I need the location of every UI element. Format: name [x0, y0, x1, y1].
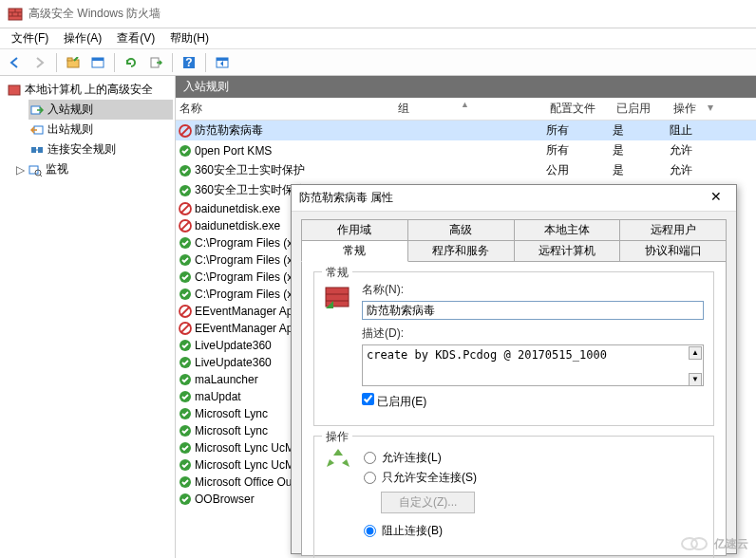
tool-list-button[interactable]: [211, 52, 234, 73]
allow-icon: [176, 144, 195, 158]
col-action[interactable]: 操作▾: [670, 101, 717, 117]
enabled-label: 已启用(E): [377, 395, 426, 408]
tree-connection-security[interactable]: 连接安全规则: [28, 140, 173, 159]
firewall-icon: [8, 84, 21, 97]
dialog-tabs: 作用域 高级 本地主体 远程用户 常规 程序和服务 远程计算机 协议和端口: [292, 212, 736, 262]
tab-remote-computer[interactable]: 远程计算机: [515, 240, 621, 262]
table-row[interactable]: 0pen Port KMS所有是允许: [176, 140, 756, 160]
svg-rect-15: [9, 85, 20, 95]
group-general: 常规 名称(N): 描述(D): 已启用(E) ▲ ▼: [313, 271, 714, 426]
dialog-title: 防范勒索病毒 属性: [299, 190, 393, 206]
separator: [114, 53, 115, 72]
group-title: 常规: [322, 265, 352, 281]
name-input[interactable]: [362, 301, 704, 320]
allow-icon: [176, 493, 195, 506]
scroll-up-icon[interactable]: ▲: [689, 346, 702, 360]
radio-block-label: 阻止连接(B): [382, 523, 443, 539]
allow-icon: [176, 424, 195, 437]
tab-general[interactable]: 常规: [301, 240, 408, 262]
svg-line-23: [40, 175, 42, 177]
tab-scope[interactable]: 作用域: [301, 219, 408, 241]
svg-line-30: [181, 205, 189, 213]
tool-folder-button[interactable]: [62, 52, 85, 73]
separator: [172, 53, 173, 72]
svg-rect-51: [326, 288, 349, 307]
table-row[interactable]: 防范勒索病毒所有是阻止: [176, 121, 756, 140]
allow-icon: [176, 253, 195, 267]
svg-text:?: ?: [185, 56, 192, 69]
customize-button: 自定义(Z)...: [381, 492, 475, 513]
tool-refresh-button[interactable]: [120, 52, 142, 73]
outbound-icon: [30, 123, 44, 137]
description-label: 描述(D):: [362, 326, 704, 342]
tree-root[interactable]: 本地计算机 上的高级安全: [6, 80, 173, 100]
radio-allow-secure-row: 只允许安全连接(S): [364, 470, 704, 486]
nav-forward-button[interactable]: [28, 52, 51, 73]
tree-label: 监视: [46, 161, 68, 177]
svg-line-40: [181, 325, 189, 332]
menu-file[interactable]: 文件(F): [6, 28, 54, 48]
rule-name: 360安全卫士实时保护: [195, 162, 394, 178]
menu-help[interactable]: 帮助(H): [164, 28, 215, 48]
col-profile[interactable]: 配置文件: [546, 101, 613, 117]
menu-view[interactable]: 查看(V): [111, 28, 161, 48]
block-icon: [176, 219, 195, 232]
rule-name: 0pen Port KMS: [195, 144, 394, 158]
allow-icon: [176, 339, 195, 352]
svg-line-38: [181, 307, 189, 315]
enabled-checkbox[interactable]: [362, 393, 374, 405]
rule-action: 允许: [670, 142, 717, 158]
nav-tree: 本地计算机 上的高级安全 入站规则 出站规则 连接安全规则 ▷ 监视: [0, 76, 176, 558]
tool-bar: ?: [0, 49, 756, 76]
block-icon: [176, 305, 195, 318]
group-action: 操作 允许连接(L) 只允许安全连接(S) 自定义(Z)...: [313, 436, 714, 558]
tree-monitor[interactable]: ▷ 监视: [13, 159, 173, 179]
tab-protocol[interactable]: 协议和端口: [620, 240, 727, 262]
tab-local-principal[interactable]: 本地主体: [515, 219, 621, 241]
radio-allow-secure-label: 只允许安全连接(S): [382, 470, 477, 486]
tree-inbound-rules[interactable]: 入站规则: [28, 100, 173, 120]
tree-label: 出站规则: [47, 121, 93, 138]
dialog-title-bar: 防范勒索病毒 属性 ✕: [292, 185, 736, 212]
rule-action: 允许: [670, 162, 717, 178]
tab-remote-user[interactable]: 远程用户: [620, 219, 727, 241]
description-input[interactable]: [362, 344, 704, 386]
chevron-down-icon: ▾: [708, 101, 713, 114]
allow-icon: [176, 475, 195, 489]
table-row[interactable]: 360安全卫士实时保护公用是允许: [176, 160, 756, 180]
monitor-icon: [28, 163, 42, 177]
col-enabled[interactable]: 已启用: [613, 101, 670, 117]
tool-properties-button[interactable]: [86, 52, 109, 73]
scroll-down-icon[interactable]: ▼: [689, 373, 702, 386]
rule-enabled: 是: [613, 122, 670, 139]
svg-point-55: [691, 538, 707, 549]
rule-profile: 公用: [546, 162, 613, 178]
radio-allow[interactable]: [364, 452, 376, 464]
allow-icon: [176, 236, 195, 250]
close-button[interactable]: ✕: [704, 189, 728, 208]
window-title-bar: 高级安全 Windows 防火墙: [0, 0, 756, 28]
tool-help-button[interactable]: ?: [178, 52, 200, 73]
sort-indicator-icon: ▲: [461, 100, 469, 109]
tab-advanced[interactable]: 高级: [408, 219, 515, 241]
radio-block-row: 阻止连接(B): [364, 523, 704, 539]
tree-root-label: 本地计算机 上的高级安全: [25, 82, 153, 98]
expand-icon[interactable]: ▷: [15, 163, 25, 177]
col-name[interactable]: 名称: [176, 101, 394, 117]
radio-allow-secure[interactable]: [364, 472, 376, 484]
allow-icon: [176, 164, 195, 177]
tree-outbound-rules[interactable]: 出站规则: [28, 120, 173, 140]
rule-profile: 所有: [546, 122, 613, 139]
menu-bar: 文件(F) 操作(A) 查看(V) 帮助(H): [0, 28, 756, 49]
firewall-icon: [8, 7, 23, 22]
radio-block[interactable]: [364, 525, 376, 537]
tab-program[interactable]: 程序和服务: [408, 240, 515, 262]
rule-action: 阻止: [670, 122, 717, 139]
col-group[interactable]: 组▲: [394, 101, 546, 117]
nav-back-button[interactable]: [4, 52, 27, 73]
svg-line-25: [181, 127, 189, 135]
rule-enabled: 是: [613, 162, 670, 178]
group-title: 操作: [322, 429, 352, 445]
tool-export-button[interactable]: [144, 52, 167, 73]
menu-action[interactable]: 操作(A): [58, 28, 107, 48]
